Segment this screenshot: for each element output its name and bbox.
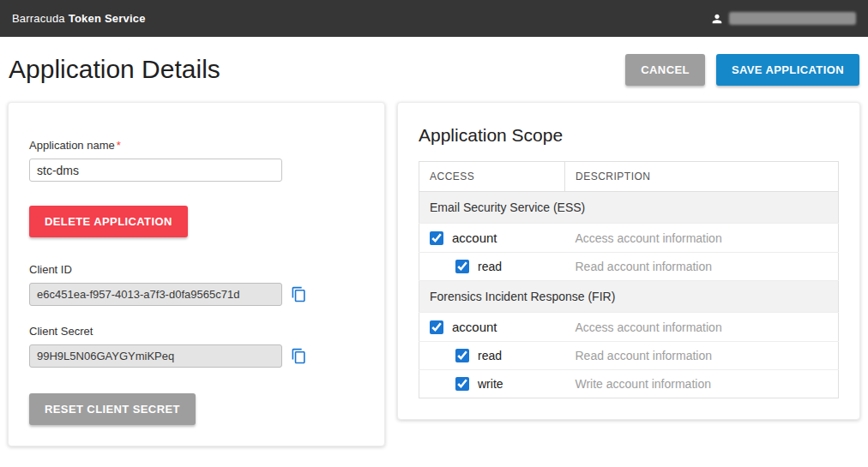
column-header-access: ACCESS: [419, 162, 565, 192]
scope-access-name: read: [478, 349, 502, 362]
main-content: Application name* DELETE APPLICATION Cli…: [0, 102, 868, 446]
scope-access-cell: account: [419, 224, 565, 253]
scope-access-cell: read: [419, 253, 565, 281]
scope-description: Read account information: [565, 342, 839, 370]
scope-checkbox-label[interactable]: read: [455, 260, 555, 273]
scope-access-name: write: [478, 377, 503, 391]
scope-row: writeWrite account information: [419, 370, 839, 398]
user-menu[interactable]: [710, 12, 856, 26]
scope-access-cell: read: [419, 342, 565, 370]
scope-description: Access account information: [565, 224, 839, 253]
scope-group-row: Forensics Incident Response (FIR): [419, 281, 839, 313]
application-name-input[interactable]: [29, 159, 282, 182]
scope-checkbox-read[interactable]: [455, 349, 469, 362]
brand: BarracudaToken Service: [12, 12, 146, 25]
scope-access-cell: write: [419, 370, 565, 398]
column-header-description: DESCRIPTION: [565, 162, 839, 192]
page-header: Application Details CANCEL SAVE APPLICAT…: [0, 37, 868, 102]
scope-access-name: read: [478, 260, 502, 273]
page-title: Application Details: [9, 55, 220, 84]
delete-application-button[interactable]: DELETE APPLICATION: [29, 206, 188, 237]
application-details-card: Application name* DELETE APPLICATION Cli…: [8, 102, 385, 446]
client-secret-field[interactable]: [29, 344, 282, 368]
save-application-button[interactable]: SAVE APPLICATION: [716, 54, 859, 86]
client-secret-label: Client Secret: [29, 325, 364, 338]
scope-group-name: Forensics Incident Response (FIR): [419, 281, 839, 313]
client-secret-row: [29, 344, 364, 368]
header-actions: CANCEL SAVE APPLICATION: [625, 54, 859, 86]
scope-description: Write account information: [565, 370, 839, 398]
scope-checkbox-account[interactable]: [430, 231, 443, 245]
scope-checkbox-label[interactable]: read: [455, 349, 555, 362]
person-icon: [710, 12, 724, 26]
username-redacted: [729, 12, 856, 25]
scope-checkbox-label[interactable]: account: [430, 320, 555, 334]
scope-row: readRead account information: [419, 342, 839, 370]
client-id-row: [29, 283, 364, 306]
scope-checkbox-account[interactable]: [430, 320, 443, 334]
scope-group-name: Email Security Service (ESS): [419, 192, 839, 224]
copy-client-id-button[interactable]: [291, 286, 307, 302]
scope-description: Access account information: [565, 313, 839, 342]
scope-table-header-row: ACCESS DESCRIPTION: [419, 162, 839, 192]
scope-title: Application Scope: [419, 125, 839, 146]
client-id-label: Client ID: [29, 263, 364, 276]
top-bar: BarracudaToken Service: [0, 0, 868, 37]
required-asterisk: *: [117, 139, 121, 152]
scope-row: accountAccess account information: [419, 313, 839, 342]
application-name-label: Application name*: [29, 139, 364, 152]
scope-row: readRead account information: [419, 253, 839, 281]
scope-checkbox-label[interactable]: write: [455, 377, 555, 391]
copy-icon: [291, 286, 307, 302]
copy-client-secret-button[interactable]: [291, 348, 307, 364]
scope-table: ACCESS DESCRIPTION Email Security Servic…: [419, 161, 839, 398]
cancel-button[interactable]: CANCEL: [625, 54, 705, 86]
scope-access-cell: account: [419, 313, 565, 342]
scope-checkbox-read[interactable]: [455, 260, 469, 273]
application-scope-card: Application Scope ACCESS DESCRIPTION Ema…: [397, 102, 860, 420]
scope-row: accountAccess account information: [419, 224, 839, 253]
brand-name: Barracuda: [12, 12, 65, 25]
client-id-field[interactable]: [29, 283, 282, 306]
scope-checkbox-write[interactable]: [455, 377, 469, 391]
scope-access-name: account: [452, 320, 497, 334]
scope-table-body: Email Security Service (ESS)accountAcces…: [419, 192, 839, 398]
scope-access-name: account: [452, 231, 497, 245]
product-name: Token Service: [69, 12, 146, 25]
scope-group-row: Email Security Service (ESS): [419, 192, 839, 224]
scope-description: Read account information: [565, 253, 839, 281]
reset-client-secret-button[interactable]: RESET CLIENT SECRET: [29, 393, 196, 425]
copy-icon: [291, 348, 307, 364]
scope-checkbox-label[interactable]: account: [430, 231, 555, 245]
